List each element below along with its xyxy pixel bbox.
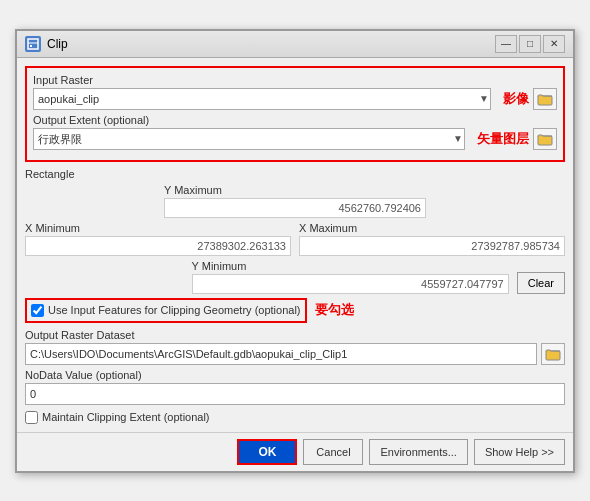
title-bar: Clip — □ ✕	[17, 31, 573, 58]
coords-section: Y Maximum X Minimum X Maximum	[25, 184, 565, 294]
maintain-label: Maintain Clipping Extent (optional)	[42, 411, 210, 423]
bottom-bar: OK Cancel Environments... Show Help >>	[17, 432, 573, 471]
input-raster-folder-button[interactable]	[533, 88, 557, 110]
nodata-section: NoData Value (optional)	[25, 369, 565, 405]
output-extent-annotation: 矢量图层	[477, 130, 529, 148]
output-raster-section: Output Raster Dataset	[25, 329, 565, 365]
ok-button[interactable]: OK	[237, 439, 297, 465]
input-raster-label: Input Raster	[33, 74, 557, 86]
cancel-button[interactable]: Cancel	[303, 439, 363, 465]
y-min-input[interactable]	[192, 274, 509, 294]
main-window: Clip — □ ✕ Input Raster aopukai_clip ▼ 影…	[15, 29, 575, 473]
nodata-row	[25, 383, 565, 405]
x-min-label: X Minimum	[25, 222, 291, 234]
svg-rect-0	[28, 39, 38, 49]
window-icon	[25, 36, 41, 52]
maximize-button[interactable]: □	[519, 35, 541, 53]
use-input-features-label: Use Input Features for Clipping Geometry…	[48, 304, 301, 316]
output-raster-folder-button[interactable]	[541, 343, 565, 365]
x-max-cell: X Maximum	[299, 222, 565, 256]
input-section-box: Input Raster aopukai_clip ▼ 影像 Outpu	[25, 66, 565, 162]
svg-rect-5	[546, 351, 560, 360]
main-content: Input Raster aopukai_clip ▼ 影像 Outpu	[17, 58, 573, 432]
minimize-button[interactable]: —	[495, 35, 517, 53]
show-help-button[interactable]: Show Help >>	[474, 439, 565, 465]
input-raster-select-wrapper: aopukai_clip ▼	[33, 88, 491, 110]
output-extent-label: Output Extent (optional)	[33, 114, 557, 126]
y-max-row: Y Maximum	[25, 184, 565, 218]
output-raster-row	[25, 343, 565, 365]
use-input-features-annotation: 要勾选	[315, 301, 354, 319]
close-button[interactable]: ✕	[543, 35, 565, 53]
use-input-features-box: Use Input Features for Clipping Geometry…	[25, 298, 307, 323]
svg-rect-2	[30, 45, 32, 47]
maintain-row: Maintain Clipping Extent (optional)	[25, 411, 565, 424]
output-extent-folder-button[interactable]	[533, 128, 557, 150]
x-min-input[interactable]	[25, 236, 291, 256]
window-controls: — □ ✕	[495, 35, 565, 53]
y-max-input[interactable]	[164, 198, 426, 218]
output-extent-row: 行政界限 ▼ 矢量图层	[33, 128, 557, 150]
y-min-cell: Y Minimum	[192, 260, 509, 294]
x-max-label: X Maximum	[299, 222, 565, 234]
x-max-input[interactable]	[299, 236, 565, 256]
y-max-label: Y Maximum	[164, 184, 426, 196]
maintain-checkbox[interactable]	[25, 411, 38, 424]
input-raster-annotation: 影像	[503, 90, 529, 108]
nodata-input[interactable]	[25, 383, 565, 405]
output-extent-select-wrapper: 行政界限 ▼	[33, 128, 465, 150]
svg-rect-4	[538, 136, 552, 145]
use-input-features-checkbox[interactable]	[31, 304, 44, 317]
y-max-cell: Y Maximum	[164, 184, 426, 218]
y-min-label: Y Minimum	[192, 260, 509, 272]
input-raster-row: aopukai_clip ▼ 影像	[33, 88, 557, 110]
nodata-label: NoData Value (optional)	[25, 369, 565, 381]
y-min-row: Y Minimum Clear	[25, 260, 565, 294]
output-extent-select[interactable]: 行政界限	[33, 128, 465, 150]
x-min-cell: X Minimum	[25, 222, 291, 256]
input-raster-select[interactable]: aopukai_clip	[33, 88, 491, 110]
window-title: Clip	[47, 37, 68, 51]
x-min-max-row: X Minimum X Maximum	[25, 222, 565, 256]
rectangle-label: Rectangle	[25, 168, 565, 180]
output-raster-input[interactable]	[25, 343, 537, 365]
svg-rect-3	[538, 96, 552, 105]
environments-button[interactable]: Environments...	[369, 439, 467, 465]
output-raster-label: Output Raster Dataset	[25, 329, 565, 341]
use-input-features-row: Use Input Features for Clipping Geometry…	[25, 298, 565, 323]
clear-button[interactable]: Clear	[517, 272, 565, 294]
